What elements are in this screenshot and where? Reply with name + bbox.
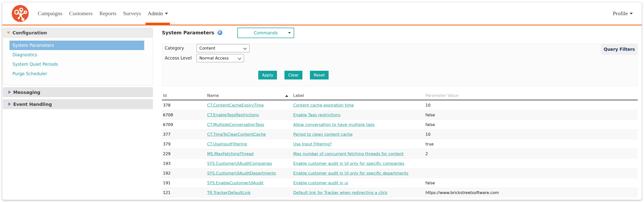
page-title: System Parameters <box>162 30 214 35</box>
parameter-label-link[interactable]: Max number of concurrent fetching thread… <box>293 152 404 156</box>
table-row: 229MS.MaxFetchingThreadMax number of con… <box>162 149 638 159</box>
section-label: Configuration <box>12 30 47 35</box>
nav-item-campaigns[interactable]: Campaigns <box>38 2 62 25</box>
cell-parameter-value: 2 <box>424 152 638 156</box>
clear-button[interactable]: Clear <box>284 71 302 79</box>
commands-dropdown[interactable]: Commands <box>237 28 294 38</box>
table-row: 193SYS.CustomerUIAuditCompaniesEnable cu… <box>162 159 638 168</box>
access-level-select-value: Normal Access <box>199 56 229 60</box>
chevron-down-icon <box>243 46 247 50</box>
parameter-label-link[interactable]: Period to clean content cache <box>293 132 352 137</box>
parameter-name-link[interactable]: CT.MultipleConversationTags <box>207 122 264 127</box>
section-label: Messaging <box>13 90 40 95</box>
apply-button[interactable]: Apply <box>258 71 277 79</box>
cell-id: 6709 <box>162 122 206 127</box>
parameter-name-link[interactable]: CT.UseInputFiltering <box>207 142 247 147</box>
cell-id: 229 <box>162 152 206 156</box>
parameter-name-link[interactable]: SYS.CustomerUIAuditCompanies <box>207 161 272 166</box>
sidebar-item-system-quiet-periods[interactable]: System Quiet Periods <box>10 59 144 69</box>
access-level-select[interactable]: Normal Access <box>196 54 244 62</box>
parameter-name-link[interactable]: SYS.CustomerUIAuditDepartments <box>207 171 276 176</box>
category-label: Category <box>165 46 196 50</box>
nav-item-surveys[interactable]: Surveys <box>123 2 141 25</box>
sidebar-item-purge-scheduler[interactable]: Purge Scheduler <box>10 69 144 78</box>
table-row: 378CT.ContentCacheExpiryTimeContent cach… <box>162 100 638 110</box>
parameter-name-link[interactable]: CT.TimeToClearContentCache <box>207 132 266 137</box>
chevron-down-icon <box>288 32 291 34</box>
cell-parameter-value: false <box>424 181 638 185</box>
cell-id: 193 <box>162 161 206 166</box>
reset-button[interactable]: Reset <box>310 71 328 79</box>
nav-item-reports[interactable]: Reports <box>99 2 116 25</box>
table-row: 191SYS.EnableCustomerUIAuditEnable custo… <box>162 178 638 188</box>
parameter-label-link[interactable]: Enable customer audit in ui <box>293 181 348 185</box>
profile-menu[interactable]: Profile <box>613 2 633 25</box>
triangle-right-icon <box>8 102 11 106</box>
column-header-id[interactable]: Id <box>162 93 206 98</box>
parameter-label-link[interactable]: Content cache expiration time <box>293 103 354 108</box>
app-card: CampaignsCustomersReportsSurveysAdmin Pr… <box>2 2 642 200</box>
parameter-name-link[interactable]: CT.ContentCacheExpiryTime <box>207 103 264 108</box>
triangle-down-icon <box>7 32 10 34</box>
title-row: System Parameters ? <box>162 26 222 39</box>
triangle-right-icon <box>8 90 11 94</box>
access-level-filter-row: Access Level Normal Access <box>165 54 638 62</box>
section-event-handling[interactable]: Event Handling <box>3 99 153 109</box>
chevron-down-icon <box>238 56 241 59</box>
sort-ascending-icon <box>285 95 288 97</box>
table-row: 6709CT.MultipleConversationTagsAllow con… <box>162 120 638 130</box>
parameter-name-link[interactable]: TR.TrackerDefaultLink <box>207 190 250 195</box>
nav-item-label: Reports <box>99 10 116 17</box>
cell-parameter-value: false <box>424 113 638 117</box>
brand-logo-icon <box>12 5 29 22</box>
chevron-down-icon <box>165 13 168 14</box>
table-row: 379CT.UseInputFilteringUse Input Filteri… <box>162 139 638 149</box>
column-header-name[interactable]: Name <box>206 93 292 98</box>
parameter-label-link[interactable]: Enable customer audit in UI only for spe… <box>293 161 404 166</box>
parameters-table: Id Name Label Parameter Value 378CT.Cont… <box>162 91 638 198</box>
section-configuration[interactable]: Configuration <box>3 28 153 38</box>
cell-parameter-value: https://www.brickstreetsoftware.com <box>424 190 638 195</box>
table-row: 377CT.TimeToClearContentCachePeriod to c… <box>162 130 638 139</box>
column-header-label[interactable]: Label <box>292 93 424 98</box>
chevron-down-icon <box>630 13 633 14</box>
access-level-label: Access Level <box>165 55 196 60</box>
parameter-name-link[interactable]: SYS.EnableCustomerUIAudit <box>207 181 264 185</box>
cell-id: 121 <box>162 190 206 195</box>
commands-dropdown-value: Commands <box>254 30 278 35</box>
query-filters-tab[interactable]: Query Filters <box>601 44 638 55</box>
cell-parameter-value: false <box>424 122 638 127</box>
cell-id: 192 <box>162 171 206 176</box>
configuration-panel: Configuration System ParametersDiagnosti… <box>3 28 153 85</box>
parameter-label-link[interactable]: Enable customer audit in UI only for spe… <box>293 171 408 176</box>
help-icon[interactable]: ? <box>217 30 222 35</box>
configuration-items: System ParametersDiagnosticsSystem Quiet… <box>3 41 153 85</box>
app-window: CampaignsCustomersReportsSurveysAdmin Pr… <box>0 0 644 202</box>
section-messaging[interactable]: Messaging <box>3 87 153 97</box>
nav-item-label: Admin <box>148 10 163 17</box>
cell-parameter-value: true <box>424 142 638 147</box>
table-row: 6708CT.EnableTagsRestrictionsEnable Tags… <box>162 110 638 120</box>
table-row: 192SYS.CustomerUIAuditDepartmentsEnable … <box>162 168 638 178</box>
nav-item-label: Surveys <box>123 10 141 17</box>
nav-item-label: Campaigns <box>38 10 62 17</box>
sidebar: Configuration System ParametersDiagnosti… <box>3 28 153 109</box>
nav-item-label: Customers <box>69 10 92 17</box>
top-navigation-bar: CampaignsCustomersReportsSurveysAdmin Pr… <box>2 2 642 25</box>
nav-item-customers[interactable]: Customers <box>69 2 92 25</box>
cell-id: 6708 <box>162 113 206 117</box>
profile-label: Profile <box>613 10 628 17</box>
parameter-label-link[interactable]: Use Input Filtering? <box>293 142 332 147</box>
parameter-name-link[interactable]: MS.MaxFetchingThread <box>207 152 254 156</box>
column-header-parameter-value: Parameter Value <box>424 93 638 98</box>
category-select[interactable]: Content <box>196 44 250 52</box>
parameter-label-link[interactable]: Default link for Tracker when redirectin… <box>293 190 387 195</box>
section-label: Event Handling <box>13 102 52 107</box>
parameter-name-link[interactable]: CT.EnableTagsRestrictions <box>207 113 259 117</box>
parameter-label-link[interactable]: Enable Tags restrictions <box>293 113 340 117</box>
nav-item-admin[interactable]: Admin <box>148 2 168 25</box>
parameter-label-link[interactable]: Allow conversation to have multiple tags <box>293 122 375 127</box>
sidebar-item-diagnostics[interactable]: Diagnostics <box>10 50 144 59</box>
cell-parameter-value: 10 <box>424 132 638 137</box>
sidebar-item-system-parameters[interactable]: System Parameters <box>10 41 144 50</box>
